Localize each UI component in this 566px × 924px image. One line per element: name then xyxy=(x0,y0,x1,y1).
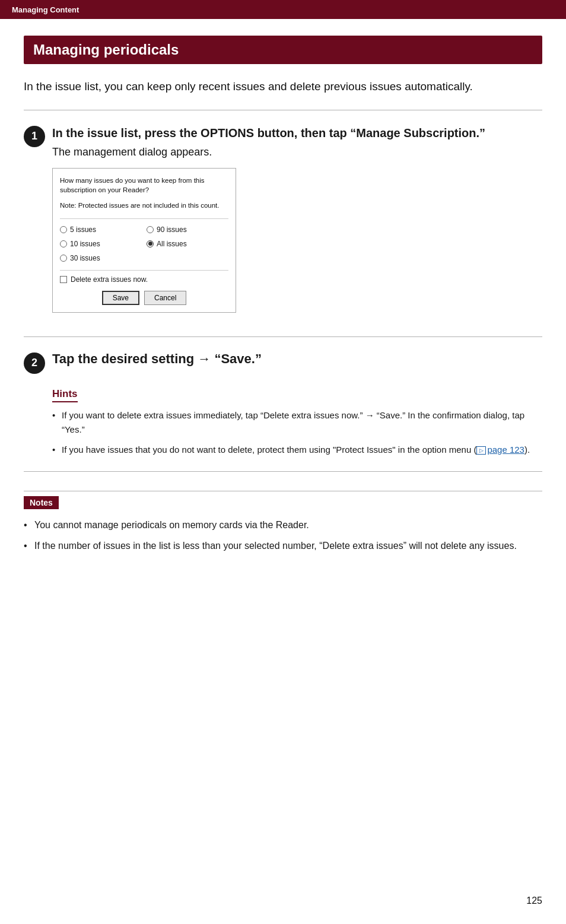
step1-subtitle: The management dialog appears. xyxy=(52,146,542,158)
page-ref-link[interactable]: page 123 xyxy=(487,444,524,455)
cancel-button[interactable]: Cancel xyxy=(144,291,186,305)
bottom-divider xyxy=(24,471,542,472)
label-30issues: 30 issues xyxy=(70,254,100,262)
step2-content: Tap the desired setting → “Save.” xyxy=(52,351,542,367)
step1-container: 1 In the issue list, press the OPTIONS b… xyxy=(24,125,542,325)
divider-2 xyxy=(24,336,542,337)
step2-number: 2 xyxy=(24,353,45,374)
dialog-option-10issues[interactable]: 10 issues xyxy=(60,238,142,250)
section-banner: Managing periodicals xyxy=(24,36,542,64)
step1-title: In the issue list, press the OPTIONS but… xyxy=(52,125,542,141)
divider-1 xyxy=(24,110,542,110)
label-5issues: 5 issues xyxy=(70,226,96,234)
dialog-checkbox-row[interactable]: Delete extra issues now. xyxy=(60,275,228,284)
step2-arrow: → xyxy=(198,351,214,366)
hints-list: If you want to delete extra issues immed… xyxy=(52,408,542,457)
top-bar-title: Managing Content xyxy=(12,5,79,14)
dialog-buttons: Save Cancel xyxy=(60,291,228,305)
label-allissues: All issues xyxy=(157,240,187,248)
hints-title: Hints xyxy=(52,388,78,402)
dialog-box: How many issues do you want to keep from… xyxy=(52,168,236,313)
delete-checkbox-label: Delete extra issues now. xyxy=(71,275,148,284)
page-number: 125 xyxy=(526,896,542,906)
section-banner-title: Managing periodicals xyxy=(33,42,179,58)
intro-text: In the issue list, you can keep only rec… xyxy=(24,78,542,96)
hint-item-2-text: If you have issues that you do not want … xyxy=(62,444,476,455)
notes-section: Notes You cannot manage periodicals on m… xyxy=(24,491,542,554)
dialog-options-grid: 5 issues 90 issues 10 issues All issues xyxy=(60,224,228,250)
radio-90issues[interactable] xyxy=(147,226,154,233)
notes-list: You cannot manage periodicals on memory … xyxy=(24,517,542,554)
main-content: Managing periodicals In the issue list, … xyxy=(0,19,566,583)
hint-item-2-end: ). xyxy=(524,444,530,455)
dialog-option-allissues[interactable]: All issues xyxy=(147,238,228,250)
step2-title-text: Tap the desired setting xyxy=(52,351,194,366)
radio-30issues[interactable] xyxy=(60,255,67,262)
save-button[interactable]: Save xyxy=(102,291,139,305)
dialog-option-5issues[interactable]: 5 issues xyxy=(60,224,142,236)
dialog-option-90issues[interactable]: 90 issues xyxy=(147,224,228,236)
radio-10issues[interactable] xyxy=(60,240,67,247)
radio-5issues[interactable] xyxy=(60,226,67,233)
top-bar: Managing Content xyxy=(0,0,566,19)
delete-checkbox[interactable] xyxy=(60,276,67,283)
hint-item-1: If you want to delete extra issues immed… xyxy=(52,408,542,437)
dialog-option-30issues: 30 issues xyxy=(60,252,228,264)
step1-number: 1 xyxy=(24,126,45,147)
hint-item-2: If you have issues that you do not want … xyxy=(52,443,542,457)
dialog-divider xyxy=(60,218,228,219)
label-10issues: 10 issues xyxy=(70,240,100,248)
step2-container: 2 Tap the desired setting → “Save.” xyxy=(24,351,542,374)
hints-section: Hints If you want to delete extra issues… xyxy=(52,388,542,457)
note-item-2: If the number of issues in the list is l… xyxy=(24,538,542,554)
notes-badge: Notes xyxy=(24,496,59,509)
radio-allissues[interactable] xyxy=(147,240,154,247)
label-90issues: 90 issues xyxy=(157,226,187,234)
note-item-1: You cannot manage periodicals on memory … xyxy=(24,517,542,533)
page-ref-icon: ▷ xyxy=(476,446,486,455)
step2-title-end: “Save.” xyxy=(214,351,262,366)
step1-content: In the issue list, press the OPTIONS but… xyxy=(52,125,542,325)
dialog-note: Note: Protected issues are not included … xyxy=(60,201,228,210)
dialog-question: How many issues do you want to keep from… xyxy=(60,176,228,195)
dialog-divider-2 xyxy=(60,270,228,271)
step2-title: Tap the desired setting → “Save.” xyxy=(52,351,542,367)
